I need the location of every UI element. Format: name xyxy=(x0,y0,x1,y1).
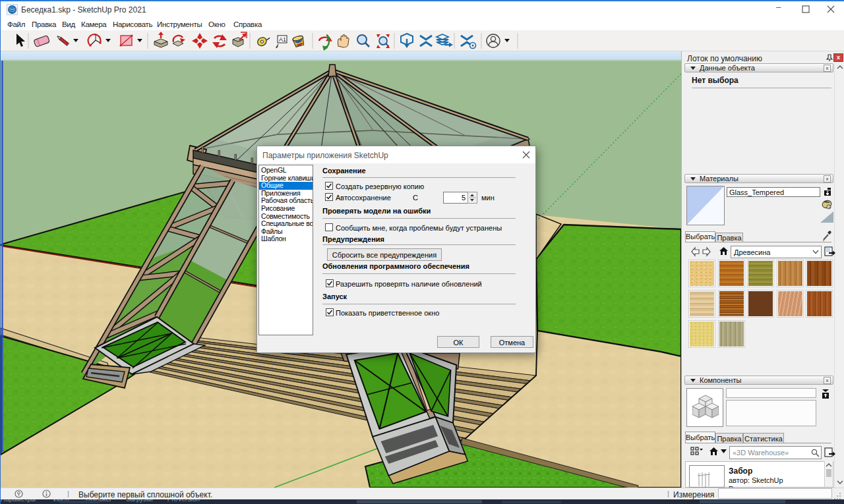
svg-text:A1: A1 xyxy=(279,36,286,43)
svg-text:+: + xyxy=(828,205,830,210)
